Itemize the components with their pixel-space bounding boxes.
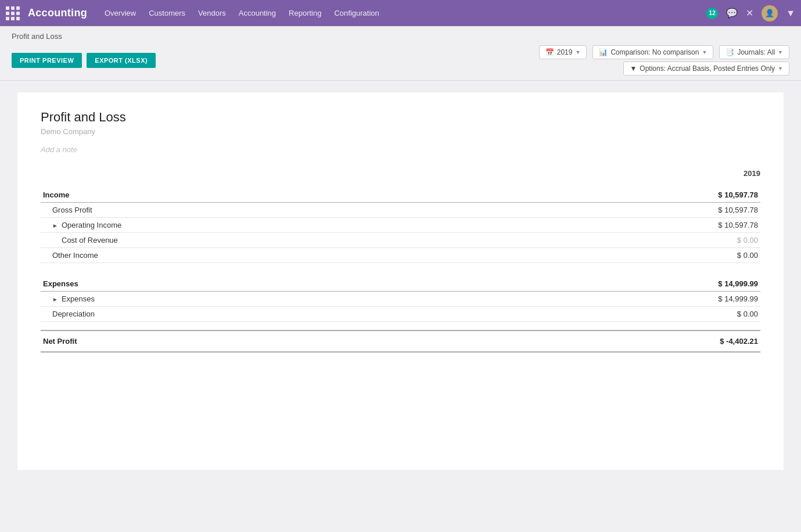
filter-row-2: ▼ Options: Accrual Basis, Posted Entries…: [623, 62, 789, 76]
export-xlsx-button[interactable]: EXPORT (XLSX): [87, 53, 156, 68]
nav-configuration[interactable]: Configuration: [334, 9, 379, 17]
nav-reporting[interactable]: Reporting: [289, 9, 321, 17]
year-col-header: 2019: [716, 166, 760, 184]
journals-filter[interactable]: 📑 Journals: All ▼: [719, 45, 789, 59]
comparison-filter[interactable]: 📊 Comparison: No comparison ▼: [592, 45, 713, 59]
sub-label: Depreciation: [41, 306, 716, 321]
report-note[interactable]: Add a note: [41, 145, 760, 154]
chat-icon[interactable]: 💬: [726, 8, 738, 19]
sub-amount: $ 10,597.78: [716, 218, 760, 233]
nav-overview[interactable]: Overview: [105, 9, 136, 17]
nav-vendors[interactable]: Vendors: [198, 9, 226, 17]
year-filter-label: 2019: [557, 48, 573, 56]
topbar: Accounting Overview Customers Vendors Ac…: [0, 0, 801, 26]
user-menu-arrow[interactable]: ▼: [786, 8, 795, 19]
sub-label: Gross Profit: [41, 203, 716, 218]
sub-amount: $ 14,999.99: [716, 291, 760, 306]
year-header-row: 2019: [41, 166, 760, 184]
sub-label: ►Operating Income: [41, 218, 716, 233]
section-label: Expenses: [41, 272, 716, 292]
sub-label: ►Expenses: [41, 291, 716, 306]
table-row: Expenses $ 14,999.99: [41, 272, 760, 292]
sub-label: Other Income: [41, 248, 716, 263]
page-title: Profit and Loss: [12, 32, 789, 41]
table-row: [41, 321, 760, 330]
journals-filter-label: Journals: All: [737, 48, 775, 56]
sub-amount: $ 0.00: [716, 233, 760, 248]
section-amount: $ 14,999.99: [716, 272, 760, 292]
report-container: Profit and Loss Demo Company Add a note …: [17, 92, 784, 470]
comparison-filter-label: Comparison: No comparison: [610, 48, 699, 56]
label-col-header: [41, 166, 716, 184]
nav-accounting[interactable]: Accounting: [239, 9, 276, 17]
report-subtitle: Demo Company: [41, 127, 760, 136]
table-row: Net Profit $ -4,402.21: [41, 330, 760, 352]
table-row: Depreciation $ 0.00: [41, 306, 760, 321]
sub-amount: $ 0.00: [716, 248, 760, 263]
toggle-arrow[interactable]: ►: [52, 296, 58, 303]
toolbar: PRINT PREVIEW EXPORT (XLSX) 📅 2019 ▼ 📊 C…: [12, 45, 789, 76]
section-amount: $ 10,597.78: [716, 184, 760, 203]
options-filter-label: Options: Accrual Basis, Posted Entries O…: [640, 64, 775, 73]
nav-customers[interactable]: Customers: [149, 9, 185, 17]
table-row: [41, 263, 760, 272]
toolbar-filters: 📅 2019 ▼ 📊 Comparison: No comparison ▼ 📑…: [539, 45, 789, 76]
report-title: Profit and Loss: [41, 110, 760, 125]
calendar-icon: 📅: [545, 48, 554, 56]
close-icon[interactable]: ✕: [746, 8, 753, 19]
comparison-filter-arrow: ▼: [702, 49, 707, 55]
sub-amount: $ 10,597.78: [716, 203, 760, 218]
options-filter[interactable]: ▼ Options: Accrual Basis, Posted Entries…: [623, 62, 789, 76]
apps-icon[interactable]: [6, 6, 20, 20]
user-avatar[interactable]: 👤: [762, 5, 778, 21]
table-row: Other Income $ 0.00: [41, 248, 760, 263]
main-nav: Overview Customers Vendors Accounting Re…: [105, 9, 706, 17]
section-label: Income: [41, 184, 716, 203]
year-filter-arrow: ▼: [575, 49, 580, 55]
table-row: Cost of Revenue $ 0.00: [41, 233, 760, 248]
chart-icon: 📊: [599, 48, 608, 56]
table-row: ►Expenses $ 14,999.99: [41, 291, 760, 306]
net-profit-label: Net Profit: [41, 330, 716, 352]
journals-filter-arrow: ▼: [778, 49, 783, 55]
table-row: ►Operating Income $ 10,597.78: [41, 218, 760, 233]
report-area: Profit and Loss Demo Company Add a note …: [0, 81, 801, 493]
table-row: Gross Profit $ 10,597.78: [41, 203, 760, 218]
year-filter[interactable]: 📅 2019 ▼: [539, 45, 587, 59]
print-preview-button[interactable]: PRINT PREVIEW: [12, 53, 82, 68]
filter-row-1: 📅 2019 ▼ 📊 Comparison: No comparison ▼ 📑…: [539, 45, 789, 59]
page-header: Profit and Loss PRINT PREVIEW EXPORT (XL…: [0, 26, 801, 80]
toggle-arrow[interactable]: ►: [52, 222, 58, 229]
journals-icon: 📑: [725, 48, 734, 56]
report-table: 2019 Income $ 10,597.78 Gross Profit $ 1…: [41, 166, 760, 353]
filter-icon: ▼: [630, 64, 637, 73]
brand-logo: Accounting: [28, 7, 87, 19]
net-profit-amount: $ -4,402.21: [716, 330, 760, 352]
options-filter-arrow: ▼: [778, 66, 783, 71]
table-row: Income $ 10,597.78: [41, 184, 760, 203]
sub-label: Cost of Revenue: [41, 233, 716, 248]
sub-amount: $ 0.00: [716, 306, 760, 321]
topbar-right: 12 💬 ✕ 👤 ▼: [706, 5, 795, 21]
notification-badge[interactable]: 12: [706, 8, 718, 19]
